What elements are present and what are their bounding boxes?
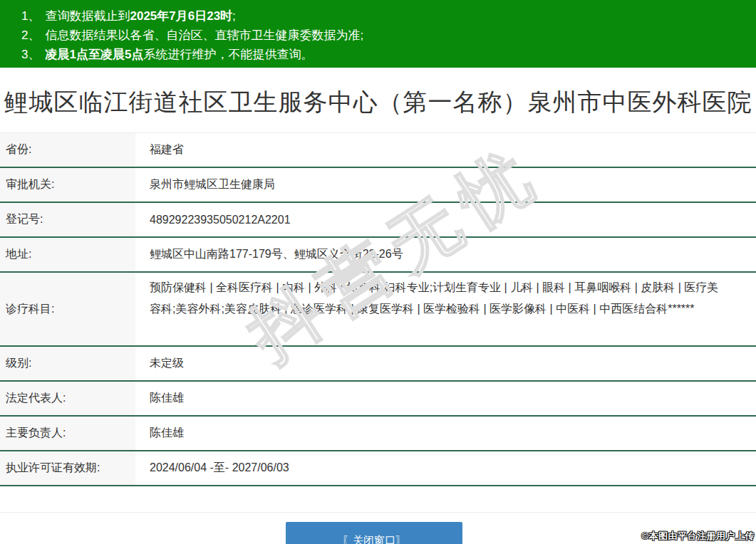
row-label: 法定代表人: — [0, 382, 135, 415]
notice-line-3: 3、凌晨1点至凌晨5点系统进行维护，不能提供查询。 — [21, 45, 749, 64]
notice-line-2: 2、信息数据结果以各省、自治区、直辖市卫生健康委数据为准; — [21, 26, 749, 45]
row-label: 执业许可证有效期: — [0, 451, 135, 485]
row-value: 48929223935050212A2201 — [135, 203, 756, 236]
page-title: 鲤城区临江街道社区卫生服务中心（第一名称）泉州市中医外科医院 — [0, 84, 756, 120]
row-label: 审批机关: — [0, 168, 135, 202]
table-row-principal: 主要负责人: 陈佳雄 — [0, 417, 756, 451]
row-value: 陈佳雄 — [135, 417, 756, 450]
notice-text: ; — [232, 9, 236, 23]
table-row-province: 省份: 福建省 — [0, 133, 756, 168]
row-label: 主要负责人: — [0, 417, 135, 450]
row-value: 陈佳雄 — [135, 382, 756, 415]
detail-table: 省份: 福建省 审批机关: 泉州市鲤城区卫生健康局 登记号: 489292239… — [0, 132, 756, 486]
row-value: 预防保健科 | 全科医疗科 | 内科 | 外科 | 妇产科;妇科专业;计划生育专… — [135, 273, 756, 345]
notice-text: 系统进行维护，不能提供查询。 — [143, 48, 313, 61]
notice-banner: 1、查询数据截止到2025年7月6日23时; 2、信息数据结果以各省、自治区、直… — [0, 0, 756, 68]
row-value: 2024/06/04 -至- 2027/06/03 — [135, 451, 756, 485]
notice-text: 信息数据结果以各省、自治区、直辖市卫生健康委数据为准; — [45, 28, 363, 42]
table-row-level: 级别: 未定级 — [0, 347, 756, 382]
notice-number: 1、 — [21, 9, 40, 23]
table-row-legal-representative: 法定代表人: 陈佳雄 — [0, 382, 756, 417]
notice-text-bold: 2025年7月6日23时 — [130, 9, 232, 23]
row-label: 级别: — [0, 347, 135, 380]
table-row-approval-authority: 审批机关: 泉州市鲤城区卫生健康局 — [0, 168, 756, 203]
table-row-medical-subjects: 诊疗科目: 预防保健科 | 全科医疗科 | 内科 | 外科 | 妇产科;妇科专业… — [0, 273, 756, 347]
row-label: 诊疗科目: — [0, 273, 135, 345]
table-row-registration-number: 登记号: 48929223935050212A2201 — [0, 203, 756, 238]
table-row-address: 地址: 鲤城区中山南路177-179号、鲤城区义全街22-26号 — [0, 238, 756, 273]
copyright-watermark: ©本图由平台注册用户上传 — [641, 530, 755, 543]
row-label: 地址: — [0, 238, 135, 271]
notice-text: 查询数据截止到 — [45, 9, 130, 23]
notice-text-bold: 凌晨1点至凌晨5点 — [45, 48, 143, 61]
close-window-button[interactable]: 〖关闭窗口〗 — [286, 522, 462, 544]
row-value: 福建省 — [135, 133, 756, 167]
row-label: 省份: — [0, 133, 135, 167]
row-value: 泉州市鲤城区卫生健康局 — [135, 168, 756, 202]
row-label: 登记号: — [0, 203, 135, 236]
row-value: 鲤城区中山南路177-179号、鲤城区义全街22-26号 — [135, 238, 756, 271]
notice-number: 3、 — [21, 48, 40, 61]
notice-line-1: 1、查询数据截止到2025年7月6日23时; — [21, 6, 749, 26]
notice-number: 2、 — [21, 28, 40, 42]
footer-divider — [0, 512, 756, 513]
table-row-license-validity: 执业许可证有效期: 2024/06/04 -至- 2027/06/03 — [0, 451, 756, 486]
row-value: 未定级 — [135, 347, 756, 380]
